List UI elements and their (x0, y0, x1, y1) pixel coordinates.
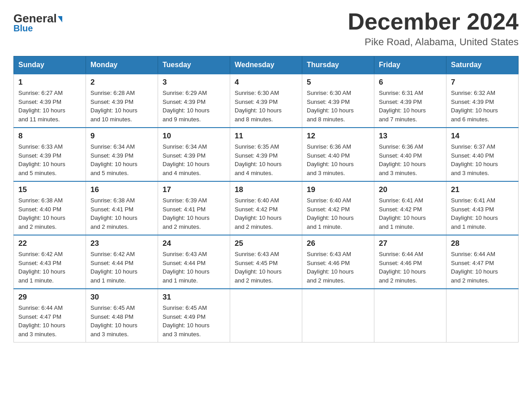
calendar-week-row: 1 Sunrise: 6:27 AM Sunset: 4:39 PM Dayli… (14, 74, 519, 128)
table-row: 27 Sunrise: 6:44 AM Sunset: 4:46 PM Dayl… (374, 235, 446, 289)
table-row: 23 Sunrise: 6:42 AM Sunset: 4:44 PM Dayl… (86, 235, 158, 289)
table-row: 20 Sunrise: 6:41 AM Sunset: 4:42 PM Dayl… (374, 181, 446, 235)
day-number: 26 (307, 239, 369, 248)
table-row: 19 Sunrise: 6:40 AM Sunset: 4:42 PM Dayl… (302, 181, 374, 235)
day-number: 29 (18, 293, 81, 302)
table-row: 1 Sunrise: 6:27 AM Sunset: 4:39 PM Dayli… (14, 74, 86, 128)
day-info: Sunrise: 6:40 AM Sunset: 4:42 PM Dayligh… (235, 196, 297, 231)
day-number: 15 (18, 185, 81, 194)
calendar-week-row: 29 Sunrise: 6:44 AM Sunset: 4:47 PM Dayl… (14, 289, 519, 342)
day-number: 16 (90, 185, 153, 194)
day-info: Sunrise: 6:29 AM Sunset: 4:39 PM Dayligh… (163, 89, 225, 124)
table-row: 24 Sunrise: 6:43 AM Sunset: 4:44 PM Dayl… (158, 235, 230, 289)
day-number: 12 (307, 132, 369, 141)
calendar-title: December 2024 (348, 9, 519, 34)
day-info: Sunrise: 6:37 AM Sunset: 4:40 PM Dayligh… (451, 142, 514, 177)
calendar-week-row: 15 Sunrise: 6:38 AM Sunset: 4:40 PM Dayl… (14, 181, 519, 235)
header: General Blue December 2024 Pike Road, Al… (13, 9, 519, 48)
day-info: Sunrise: 6:33 AM Sunset: 4:39 PM Dayligh… (18, 142, 81, 177)
day-number: 4 (235, 78, 297, 87)
header-sunday: Sunday (14, 56, 86, 74)
table-row (230, 289, 302, 342)
day-number: 23 (90, 239, 153, 248)
day-number: 31 (163, 293, 225, 302)
calendar-week-row: 8 Sunrise: 6:33 AM Sunset: 4:39 PM Dayli… (14, 128, 519, 181)
logo-text: General (13, 13, 62, 24)
day-number: 28 (451, 239, 514, 248)
day-info: Sunrise: 6:41 AM Sunset: 4:42 PM Dayligh… (379, 196, 442, 231)
day-number: 21 (451, 185, 514, 194)
table-row: 26 Sunrise: 6:43 AM Sunset: 4:46 PM Dayl… (302, 235, 374, 289)
logo-triangle-icon (58, 16, 62, 22)
day-info: Sunrise: 6:31 AM Sunset: 4:39 PM Dayligh… (379, 89, 442, 124)
table-row: 28 Sunrise: 6:44 AM Sunset: 4:47 PM Dayl… (446, 235, 519, 289)
table-row: 6 Sunrise: 6:31 AM Sunset: 4:39 PM Dayli… (374, 74, 446, 128)
day-info: Sunrise: 6:44 AM Sunset: 4:46 PM Dayligh… (379, 250, 442, 285)
table-row: 29 Sunrise: 6:44 AM Sunset: 4:47 PM Dayl… (14, 289, 86, 342)
table-row: 10 Sunrise: 6:34 AM Sunset: 4:39 PM Dayl… (158, 128, 230, 181)
day-number: 27 (379, 239, 442, 248)
calendar-table: Sunday Monday Tuesday Wednesday Thursday… (13, 56, 519, 342)
day-info: Sunrise: 6:42 AM Sunset: 4:44 PM Dayligh… (90, 250, 153, 285)
title-area: December 2024 Pike Road, Alabama, United… (348, 9, 519, 48)
day-info: Sunrise: 6:36 AM Sunset: 4:40 PM Dayligh… (379, 142, 442, 177)
day-info: Sunrise: 6:32 AM Sunset: 4:39 PM Dayligh… (451, 89, 514, 124)
day-number: 2 (90, 78, 153, 87)
day-number: 22 (18, 239, 81, 248)
table-row: 7 Sunrise: 6:32 AM Sunset: 4:39 PM Dayli… (446, 74, 519, 128)
header-friday: Friday (374, 56, 446, 74)
table-row: 13 Sunrise: 6:36 AM Sunset: 4:40 PM Dayl… (374, 128, 446, 181)
day-info: Sunrise: 6:39 AM Sunset: 4:41 PM Dayligh… (163, 196, 225, 231)
day-number: 20 (379, 185, 442, 194)
day-info: Sunrise: 6:44 AM Sunset: 4:47 PM Dayligh… (18, 304, 81, 338)
day-info: Sunrise: 6:27 AM Sunset: 4:39 PM Dayligh… (18, 89, 81, 124)
table-row: 3 Sunrise: 6:29 AM Sunset: 4:39 PM Dayli… (158, 74, 230, 128)
table-row: 14 Sunrise: 6:37 AM Sunset: 4:40 PM Dayl… (446, 128, 519, 181)
day-info: Sunrise: 6:30 AM Sunset: 4:39 PM Dayligh… (307, 89, 369, 124)
day-info: Sunrise: 6:45 AM Sunset: 4:49 PM Dayligh… (163, 304, 225, 338)
calendar-week-row: 22 Sunrise: 6:42 AM Sunset: 4:43 PM Dayl… (14, 235, 519, 289)
day-number: 3 (163, 78, 225, 87)
day-number: 8 (18, 132, 81, 141)
day-info: Sunrise: 6:45 AM Sunset: 4:48 PM Dayligh… (90, 304, 153, 338)
header-thursday: Thursday (302, 56, 374, 74)
table-row: 2 Sunrise: 6:28 AM Sunset: 4:39 PM Dayli… (86, 74, 158, 128)
table-row: 4 Sunrise: 6:30 AM Sunset: 4:39 PM Dayli… (230, 74, 302, 128)
table-row: 9 Sunrise: 6:34 AM Sunset: 4:39 PM Dayli… (86, 128, 158, 181)
table-row (446, 289, 519, 342)
day-info: Sunrise: 6:30 AM Sunset: 4:39 PM Dayligh… (235, 89, 297, 124)
table-row: 15 Sunrise: 6:38 AM Sunset: 4:40 PM Dayl… (14, 181, 86, 235)
day-number: 14 (451, 132, 514, 141)
table-row: 16 Sunrise: 6:38 AM Sunset: 4:41 PM Dayl… (86, 181, 158, 235)
day-info: Sunrise: 6:41 AM Sunset: 4:43 PM Dayligh… (451, 196, 514, 231)
day-number: 13 (379, 132, 442, 141)
logo: General Blue (13, 9, 62, 34)
day-info: Sunrise: 6:34 AM Sunset: 4:39 PM Dayligh… (163, 142, 225, 177)
day-number: 9 (90, 132, 153, 141)
day-info: Sunrise: 6:28 AM Sunset: 4:39 PM Dayligh… (90, 89, 153, 124)
day-number: 30 (90, 293, 153, 302)
logo-blue-text: Blue (13, 23, 33, 34)
day-number: 10 (163, 132, 225, 141)
table-row (374, 289, 446, 342)
day-info: Sunrise: 6:38 AM Sunset: 4:41 PM Dayligh… (90, 196, 153, 231)
day-number: 19 (307, 185, 369, 194)
table-row: 18 Sunrise: 6:40 AM Sunset: 4:42 PM Dayl… (230, 181, 302, 235)
table-row: 12 Sunrise: 6:36 AM Sunset: 4:40 PM Dayl… (302, 128, 374, 181)
day-info: Sunrise: 6:43 AM Sunset: 4:44 PM Dayligh… (163, 250, 225, 285)
header-monday: Monday (86, 56, 158, 74)
table-row: 30 Sunrise: 6:45 AM Sunset: 4:48 PM Dayl… (86, 289, 158, 342)
day-number: 17 (163, 185, 225, 194)
day-number: 1 (18, 78, 81, 87)
table-row (302, 289, 374, 342)
day-number: 6 (379, 78, 442, 87)
day-info: Sunrise: 6:43 AM Sunset: 4:46 PM Dayligh… (307, 250, 369, 285)
table-row: 31 Sunrise: 6:45 AM Sunset: 4:49 PM Dayl… (158, 289, 230, 342)
day-number: 24 (163, 239, 225, 248)
table-row: 8 Sunrise: 6:33 AM Sunset: 4:39 PM Dayli… (14, 128, 86, 181)
day-info: Sunrise: 6:35 AM Sunset: 4:39 PM Dayligh… (235, 142, 297, 177)
calendar-subtitle: Pike Road, Alabama, United States (348, 36, 519, 48)
table-row: 17 Sunrise: 6:39 AM Sunset: 4:41 PM Dayl… (158, 181, 230, 235)
day-number: 7 (451, 78, 514, 87)
table-row: 22 Sunrise: 6:42 AM Sunset: 4:43 PM Dayl… (14, 235, 86, 289)
